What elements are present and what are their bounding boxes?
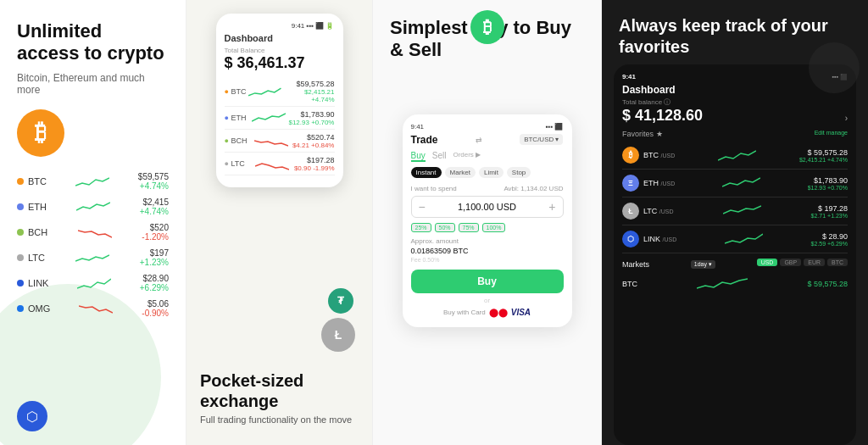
btn-instant[interactable]: Instant [411,167,442,178]
approx-val: 0.01863509 BTC [411,247,564,255]
trade-tabs[interactable]: Buy Sell Orders ▶ [411,151,564,162]
filter-gbp[interactable]: GBP [780,259,801,266]
dark-phone-mockup: 9:41 ▪▪▪ ⬛ Dashboard Total balance ⓘ $ 4… [614,64,856,445]
dot-eth [17,203,24,210]
avbl-label: Avbl: 1,134.02 USD [504,185,563,192]
dot-bch [17,229,24,236]
sparkline [248,83,281,100]
dark-sparkline-btc [718,145,756,165]
chainlink-icon: ⬡ [17,401,47,431]
trade-pair: BTC/USD ▾ [520,134,563,145]
filter-usd[interactable]: USD [757,259,778,266]
sparkline-eth [76,198,110,215]
list-item: ● ETH $1,783.90 $12.93 +0.70% [225,107,335,130]
sparkline [255,155,289,172]
dot-btc [17,178,24,185]
dark-coin-row-link: ⬡ LINK /USD $ 28.90 $2.59 +6.29% [622,225,848,253]
panel-unlimited-access: Unlimited access to crypto Bitcoin, Ethe… [0,0,186,445]
visa-icon: VISA [511,308,531,317]
list-item: ● LTC $197.28 $0.90 -1.99% [225,153,335,175]
sparkline-link [77,275,111,292]
list-item: LINK $28.90 +6.29% [17,270,169,296]
trade-phone-time: 9:41 [411,123,425,131]
btc-icon: ₿ [17,109,64,157]
market-btc-sparkline [697,275,748,292]
bottom-chainlink: ⬡ [17,401,47,431]
dark-coin-row-eth: Ξ ETH /USD $1,783.90 $12.93 +0.70% [622,170,848,197]
panel-buy-sell: Simplest way to Buy & Sell ₿ 9:41 ▪▪▪ ⬛ … [373,0,602,445]
dark-coin-row-ltc: Ł LTC /USD $ 197.28 $2.71 +1.23% [622,197,848,225]
sparkline [254,132,288,149]
sparkline [252,109,286,126]
filter-eur[interactable]: EUR [804,259,825,266]
sparkline-omg [79,300,113,317]
list-item: ● BCH $520.74 $4.21 +0.84% [225,130,335,153]
card-row: Buy with Card ⬤⬤ VISA [411,308,564,317]
tether-badge: ₮ [328,288,353,314]
pct-50[interactable]: 50% [435,223,455,232]
chevron-right-icon[interactable]: › [845,114,848,123]
btn-limit[interactable]: Limit [479,167,504,178]
phone-balance-label-2: Total Balance [225,47,335,54]
amount-input[interactable]: 1,100.00 USD [458,202,516,212]
markets-title: Markets [622,260,649,269]
dark-sparkline-eth [722,173,760,193]
buy-button[interactable]: Buy [411,270,564,293]
panel-pocket-exchange: Ł ₮ 9:41 ▪▪▪ ⬛ 🔋 Dashboard Total Balance… [186,0,373,445]
panel2-big-title: Pocket-sized exchange [200,370,359,411]
pct-75[interactable]: 75% [459,223,479,232]
crypto-list: BTC $59,575 +4.74% ETH $2,415 +4.74% [17,169,169,321]
tab-sell[interactable]: Sell [432,151,447,162]
time-filter[interactable]: 1day ▾ [691,260,715,269]
list-item: BTC $59,575 +4.74% [17,169,169,194]
market-btc-price: $ 59,575.28 [807,280,848,288]
btc-circle: ₿ [622,147,639,164]
panel2-text-block: Pocket-sized exchange Full trading funct… [200,370,359,425]
dark-section-favorites: Favorites ★ Edit manage [622,130,848,138]
dark-time: 9:41 [622,73,636,81]
dark-sparkline-link [725,229,763,249]
dot-ltc [17,254,24,261]
ltc-circle: Ł [622,203,639,220]
dark-balance-label: Total balance ⓘ [622,97,848,107]
phone-header-2: Dashboard [225,33,335,43]
or-text: or [411,297,564,304]
list-item: ● BTC $59,575.28 $2,415.21 +4.74% [225,77,335,107]
tab-buy[interactable]: Buy [411,151,426,162]
panel1-title: Unlimited access to crypto [17,20,169,65]
tab-orders[interactable]: Orders ▶ [453,151,481,162]
sparkline-btc [75,173,109,190]
phone-status-2: 9:41 ▪▪▪ ⬛ 🔋 [225,22,335,30]
sparkline-ltc [75,249,109,266]
spend-label: I want to spend [411,185,457,192]
pct-100[interactable]: 100% [482,223,506,232]
list-item: ETH $2,415 +4.74% [17,194,169,220]
link-circle: ⬡ [622,231,639,248]
pct-25[interactable]: 25% [411,223,431,232]
dark-market-btc-row: BTC $ 59,575.28 [622,273,848,295]
btn-market[interactable]: Market [445,167,476,178]
moon-decoration [809,42,860,93]
trade-icon: ⇄ [476,136,482,144]
btc-green-badge: ₿ [470,10,504,44]
list-item: LTC $197 +1.23% [17,245,169,270]
phone-mockup-2: 9:41 ▪▪▪ ⬛ 🔋 Dashboard Total Balance $ 3… [216,14,343,187]
panel-favorites: Always keep track of your favorites 9:41… [602,0,868,445]
plus-btn[interactable]: + [548,200,555,214]
trade-title: Trade [411,134,438,146]
trade-phone-signal: ▪▪▪ ⬛ [546,123,564,131]
trade-phone-mockup: 9:41 ▪▪▪ ⬛ Trade ⇄ BTC/USD ▾ Buy Sell Or… [403,114,572,327]
fee-txt: Fee 0.50% [411,257,564,263]
dark-markets-section: Markets 1day ▾ USD GBP EUR BTC BTC $ 59,… [622,259,848,295]
amount-row: − 1,100.00 USD + [411,196,564,218]
dark-dashboard-header: Dashboard [622,84,848,96]
sparkline-bch [78,224,112,241]
btn-stop[interactable]: Stop [507,167,531,178]
markets-time-tabs[interactable]: 1day ▾ [691,260,715,269]
minus-btn[interactable]: − [419,200,426,214]
dot-omg [17,305,24,312]
filter-btc[interactable]: BTC [827,259,848,266]
dark-coin-row-btc: ₿ BTC /USD $ 59,575.28 $2,415.21 +4.74% [622,142,848,170]
approx-label: Approx. amount [411,237,564,245]
dot-link [17,280,24,286]
